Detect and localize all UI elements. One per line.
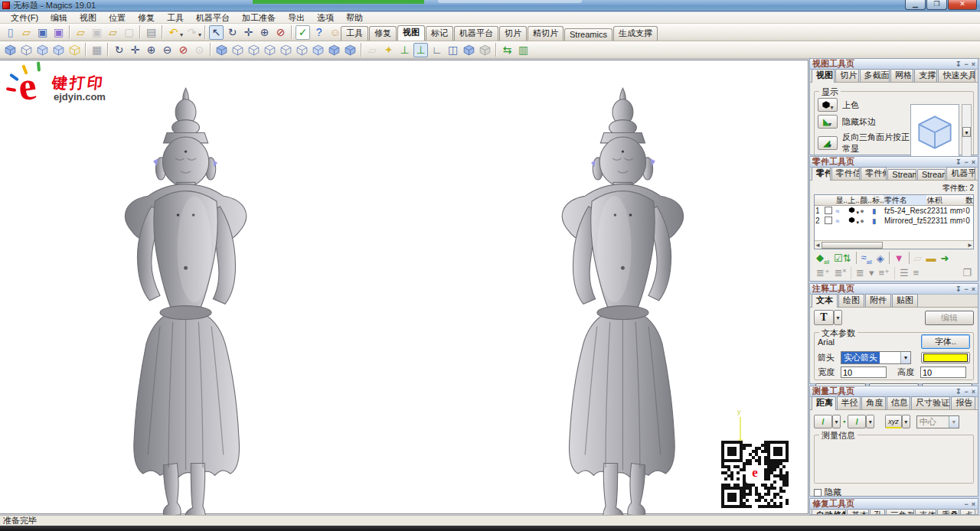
edit-button[interactable]: 编辑 — [925, 311, 974, 325]
tab-texture[interactable]: 贴图 — [892, 294, 918, 307]
menu-fix[interactable]: 修复 — [132, 12, 161, 24]
shade-wire-view-icon[interactable] — [35, 43, 50, 57]
collapse-icon[interactable]: − — [964, 158, 968, 166]
close-panel-icon[interactable]: × — [972, 388, 975, 396]
shade-all-icon[interactable]: ≈all — [861, 252, 872, 265]
part-visible-checkbox[interactable] — [825, 217, 832, 224]
view-bottom-icon[interactable] — [311, 43, 325, 57]
tab-basic[interactable]: 基本 — [847, 509, 869, 515]
tab-report[interactable]: 报告 — [951, 396, 975, 409]
menu-machine[interactable]: 机器平台 — [190, 12, 236, 24]
part-row-2[interactable]: 2 ≈ ▾ ● ▮ Mirrored_fz5-: 22311 mm³ 0 — [815, 216, 973, 226]
add-list-icon[interactable]: ≣⁺ — [816, 267, 830, 279]
tab-triangles[interactable]: 三角形 — [886, 509, 914, 515]
tab-part-info[interactable]: 零件信息 — [831, 167, 861, 180]
tab-draw[interactable]: 绘图 — [838, 294, 864, 307]
text-tool-button[interactable]: T — [814, 310, 834, 325]
shade-toggle-button[interactable]: ▾ — [818, 98, 838, 112]
open-file-icon[interactable]: ▱ — [19, 25, 34, 40]
tab-info[interactable]: 信息 — [887, 396, 911, 409]
view-top-icon[interactable] — [295, 43, 309, 57]
import-part-icon[interactable]: ➜ — [941, 252, 949, 264]
close-panel-icon[interactable]: × — [972, 158, 975, 166]
view-custom-icon[interactable] — [343, 43, 358, 57]
pan-icon[interactable]: ✛ — [128, 43, 142, 57]
copy-icon[interactable]: ❐ — [962, 267, 972, 279]
axes-icon[interactable]: ⊥ — [397, 43, 412, 57]
ungroup-icon[interactable]: ▾ — [869, 267, 874, 279]
marker-check-icon[interactable]: ✓ — [296, 25, 310, 40]
collapse-icon[interactable]: − — [964, 285, 968, 293]
measure-to-dropdown[interactable]: ▾ — [866, 415, 874, 428]
minimize-button[interactable]: ▁ — [905, 0, 926, 10]
axes-active-icon[interactable]: ⊥ — [413, 43, 428, 57]
menu-options[interactable]: 选项 — [311, 12, 340, 24]
ribbon-tab-fix[interactable]: 修复 — [369, 26, 397, 41]
collapse-icon[interactable]: − — [964, 388, 968, 396]
screenshot-icon[interactable]: ▥ — [516, 43, 531, 57]
zoom-selection-icon[interactable]: ⊘ — [273, 25, 288, 40]
measure-from-button[interactable]: / — [814, 415, 832, 428]
cube-solid-icon[interactable] — [462, 43, 476, 57]
indent-icon[interactable]: ≡⁺ — [878, 267, 889, 279]
view-back-icon[interactable] — [247, 43, 261, 57]
hide-bad-edges-button[interactable]: ◣▾ — [818, 115, 838, 129]
font-button[interactable]: 字体.. — [921, 334, 970, 349]
close-button[interactable]: ✕ — [948, 0, 977, 10]
undo-icon[interactable]: ↶ — [166, 25, 181, 40]
zoom-in-icon[interactable]: ⊕ — [144, 43, 158, 57]
pin-icon[interactable]: ↧ — [956, 158, 962, 166]
plate-icon[interactable]: ▬ — [926, 252, 936, 264]
pan-view-icon[interactable]: ✛ — [241, 25, 256, 40]
open-part-icon[interactable]: ▱ — [74, 25, 88, 40]
ribbon-tab-tools[interactable]: 工具 — [341, 26, 368, 41]
new-file-icon[interactable]: ▯ — [3, 25, 18, 40]
tab-parts[interactable]: 零件 — [812, 167, 831, 181]
xyz-coordinates-button[interactable]: xyz — [885, 415, 902, 428]
rotate-view-icon[interactable]: ↻ — [225, 25, 240, 40]
tab-slice[interactable]: 切片 — [835, 69, 858, 82]
save-part-icon[interactable]: ▣ — [90, 25, 104, 40]
tab-text[interactable]: 文本 — [812, 294, 838, 308]
view-front-icon[interactable] — [230, 43, 245, 57]
shaded-view-icon[interactable] — [3, 43, 18, 57]
view-iso2-icon[interactable] — [327, 43, 341, 57]
view-left-icon[interactable] — [263, 43, 277, 57]
ribbon-tab-view[interactable]: 视图 — [397, 25, 425, 41]
ribbon-tab-fineslice[interactable]: 精切片 — [528, 26, 564, 41]
view-right-icon[interactable] — [279, 43, 293, 57]
menu-help[interactable]: 帮助 — [340, 12, 369, 24]
tab-part-fix[interactable]: 零件修... — [861, 167, 887, 180]
save-as-icon[interactable]: ▣ — [51, 25, 66, 40]
import-scene-icon[interactable]: ⇆ — [500, 43, 514, 57]
zoom-view-icon[interactable]: ⊕ — [257, 25, 272, 40]
part-visible-checkbox[interactable] — [825, 207, 832, 214]
bbox-view-icon[interactable] — [67, 43, 82, 57]
measure-from-dropdown[interactable]: ▾ — [832, 415, 841, 428]
dimension-3d-icon[interactable]: ◫ — [446, 43, 460, 57]
triangle-view-icon[interactable] — [51, 43, 66, 57]
tab-support[interactable]: 支撑 — [914, 69, 937, 82]
collapse-icon[interactable]: − — [964, 60, 968, 68]
arrow-select[interactable]: 实心箭头▾ — [841, 351, 911, 364]
sheet-gray-icon[interactable]: ▱ — [914, 252, 922, 264]
split-window-icon[interactable]: ▦ — [90, 43, 104, 57]
sheet-icon[interactable]: ▱ — [365, 43, 380, 57]
text-tool-dropdown[interactable]: ▾ — [834, 310, 842, 325]
zoom-fit-icon[interactable]: ⊘ — [176, 43, 191, 57]
tab-streamics-2[interactable]: Streami.. — [917, 169, 946, 180]
toggle-visibility-icon[interactable]: ☑⇅ — [834, 252, 851, 264]
tab-sections[interactable]: 多截面 — [860, 69, 890, 82]
close-panel-icon[interactable]: × — [972, 60, 975, 68]
to-platform-icon[interactable]: ▼ — [894, 252, 904, 264]
horizontal-scrollbar[interactable]: ◄ ► — [815, 240, 973, 249]
center-select[interactable]: 中心▾ — [916, 415, 959, 428]
menu-view[interactable]: 视图 — [74, 12, 103, 24]
preview-dropdown-icon[interactable]: ▾ — [962, 127, 971, 137]
statue-part-2-mirrored[interactable] — [125, 88, 246, 515]
rotate-icon[interactable]: ↻ — [112, 43, 126, 57]
tab-autofix[interactable]: 自动修复 — [812, 509, 846, 515]
menu-prep[interactable]: 加工准备 — [236, 12, 282, 24]
pin-icon[interactable]: ↧ — [956, 60, 962, 68]
undo-icon-dropdown[interactable]: ▾ — [180, 31, 183, 38]
